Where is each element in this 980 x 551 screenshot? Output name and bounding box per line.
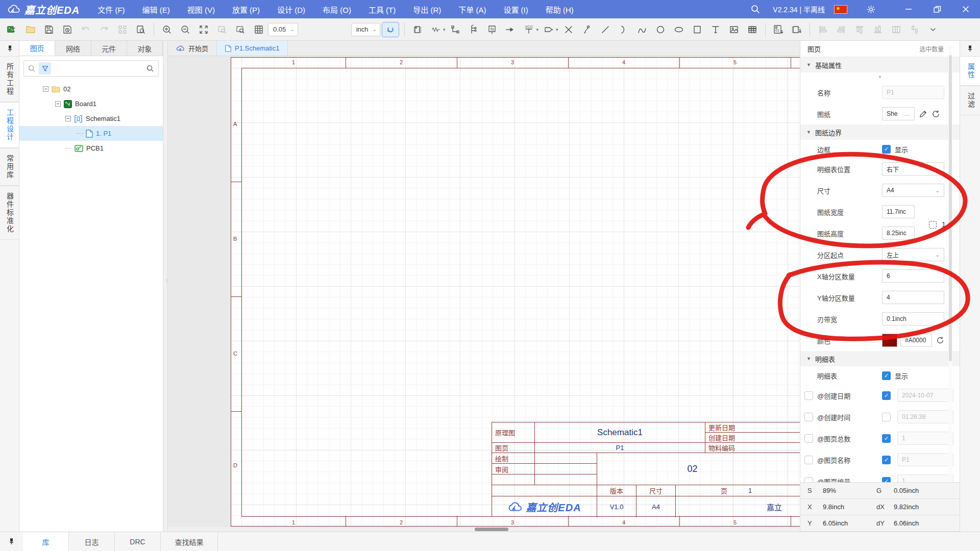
zoom-selection-button[interactable]: [232, 21, 249, 38]
checkbox-unchecked[interactable]: [804, 391, 813, 400]
place-resistor-button[interactable]: [428, 21, 444, 38]
chevron-down-icon[interactable]: ▾: [443, 27, 446, 32]
create-date-input[interactable]: 2024-10-07: [897, 389, 953, 402]
tab-log[interactable]: 日志: [69, 532, 115, 551]
checkbox-unchecked[interactable]: [804, 477, 813, 483]
rail-part-standard[interactable]: 器件标准化: [0, 186, 19, 240]
page-total-input[interactable]: 1: [897, 432, 953, 445]
insert-table-button[interactable]: [744, 21, 761, 38]
section-sheet-border[interactable]: ▼图纸边界: [800, 124, 960, 140]
page-name-input[interactable]: P1: [897, 453, 953, 466]
draw-text-button[interactable]: [707, 21, 724, 38]
menu-file[interactable]: 文件 (F): [89, 0, 133, 18]
fit-view-button[interactable]: [195, 21, 212, 38]
unit-select[interactable]: inch⌄: [351, 23, 380, 36]
menu-view[interactable]: 视图 (V): [179, 0, 224, 18]
save-button[interactable]: [41, 21, 57, 38]
rail-common-libs[interactable]: 常用库: [0, 148, 19, 186]
scrollbar-thumb[interactable]: [475, 528, 508, 531]
menu-order[interactable]: 下单 (A): [450, 0, 495, 18]
panel-scrollbar[interactable]: [948, 46, 952, 482]
save-all-button[interactable]: [59, 21, 76, 38]
filter-icon[interactable]: [39, 62, 51, 74]
distribute-vertical-button[interactable]: [906, 21, 923, 38]
collapse-caret[interactable]: ▼: [800, 72, 960, 82]
collapse-icon[interactable]: [55, 101, 61, 107]
checkbox-checked[interactable]: ✓: [882, 456, 891, 464]
checkbox-unchecked[interactable]: [804, 413, 813, 421]
refresh-icon[interactable]: [936, 336, 944, 344]
menu-layout[interactable]: 布局 (O): [314, 0, 360, 18]
restore-button[interactable]: [923, 0, 951, 18]
snap-toggle-button[interactable]: [382, 22, 399, 37]
edit-pencil-icon[interactable]: [919, 110, 927, 118]
color-swatch[interactable]: [882, 334, 897, 347]
rail-properties[interactable]: 属性: [960, 56, 980, 86]
checkbox-unchecked[interactable]: [804, 434, 813, 443]
place-bus-button[interactable]: [465, 21, 482, 38]
tab-components[interactable]: 元件: [91, 41, 127, 56]
schematic-canvas[interactable]: 1 2 3 4 5 1 2 3 4 5 A B C D 原: [168, 56, 800, 532]
tab-find-results[interactable]: 查找结果: [161, 532, 218, 551]
open-folder-button[interactable]: [22, 21, 39, 38]
find-component-button[interactable]: [133, 21, 149, 38]
tab-schematic1[interactable]: P1.Schematic1: [217, 41, 288, 56]
sheet-height-input[interactable]: 8.25inc: [882, 227, 915, 240]
tree-node-pcb[interactable]: PCB1: [19, 141, 163, 156]
redo-button[interactable]: [96, 21, 112, 38]
renumber-page-button[interactable]: 01: [770, 21, 787, 38]
distribute-horizontal-button[interactable]: [888, 21, 904, 38]
menu-tools[interactable]: 工具 (T): [360, 0, 404, 18]
renumber-symbol-button[interactable]: 1: [789, 21, 805, 38]
section-basic-props[interactable]: ▼基础属性: [800, 57, 960, 72]
search-go-icon[interactable]: [146, 65, 154, 72]
chevron-down-icon[interactable]: ▾: [556, 27, 558, 32]
align-top-button[interactable]: [851, 21, 868, 38]
tree-node-board[interactable]: Board1: [19, 96, 163, 111]
chevron-down-icon[interactable]: ▾: [536, 27, 538, 32]
pin-icon[interactable]: [0, 41, 19, 56]
place-no-connect-button[interactable]: [560, 21, 577, 38]
zoom-in-button[interactable]: [159, 21, 175, 38]
checkbox-checked[interactable]: ✓: [882, 145, 891, 154]
menu-settings[interactable]: 设置 (I): [495, 0, 536, 18]
checkbox-unchecked[interactable]: [882, 413, 891, 421]
draw-arc-button[interactable]: [616, 21, 632, 38]
align-right-button[interactable]: [833, 21, 849, 38]
y-zones-input[interactable]: 4: [882, 291, 944, 304]
scrollbar-thumb[interactable]: [949, 55, 952, 361]
toolbar-more-button[interactable]: [925, 21, 941, 38]
size-select[interactable]: A4⌄: [882, 184, 944, 197]
menu-help[interactable]: 帮助 (H): [537, 0, 582, 18]
checkbox-checked[interactable]: ✓: [882, 371, 891, 380]
zoom-out-button[interactable]: [177, 21, 193, 38]
x-zones-input[interactable]: 6: [882, 269, 944, 283]
zoom-window-button[interactable]: [214, 21, 230, 38]
refresh-icon[interactable]: [932, 110, 940, 118]
band-width-input[interactable]: 0.1inch: [882, 312, 944, 325]
place-probe-button[interactable]: [579, 21, 595, 38]
name-input[interactable]: P1: [882, 86, 944, 99]
draw-bezier-button[interactable]: [634, 21, 650, 38]
rail-project-design[interactable]: 工程设计: [0, 102, 19, 148]
rail-all-projects[interactable]: 所有工程: [0, 56, 19, 102]
menu-edit[interactable]: 编辑 (E): [134, 0, 179, 18]
align-left-button[interactable]: [815, 21, 831, 38]
window-layout-button[interactable]: [114, 21, 131, 38]
table-position-select[interactable]: 右下⌄: [882, 162, 944, 176]
gear-icon[interactable]: [861, 0, 881, 18]
create-time-input[interactable]: 01:26:38: [897, 410, 953, 423]
search-input[interactable]: [23, 60, 159, 77]
undo-button[interactable]: [78, 21, 94, 38]
collapse-icon[interactable]: [65, 116, 71, 121]
grid-settings-button[interactable]: [251, 21, 267, 38]
tab-library[interactable]: 库: [23, 532, 69, 551]
color-hex-input[interactable]: #A0000: [900, 334, 932, 347]
zone-origin-select[interactable]: 左上⌄: [882, 248, 944, 261]
align-bottom-button[interactable]: [870, 21, 886, 38]
grid-size-select[interactable]: 0.05⌄: [268, 23, 298, 36]
place-net-label-button[interactable]: N: [484, 21, 500, 38]
tab-drc[interactable]: DRC: [115, 532, 161, 551]
place-wire-button[interactable]: [447, 21, 463, 38]
page-number-input[interactable]: 1: [897, 474, 953, 482]
